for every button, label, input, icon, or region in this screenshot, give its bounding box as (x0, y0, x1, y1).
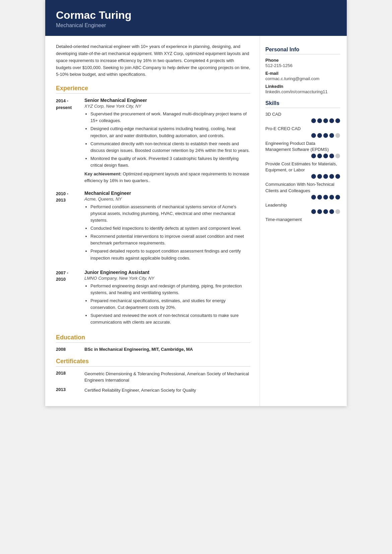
certificates-divider (56, 366, 250, 367)
edu-year: 2008 (56, 347, 84, 352)
skill-dot-filled (323, 209, 328, 214)
skill-dot-filled (335, 195, 340, 200)
skill-dots (265, 174, 340, 179)
skill-dot-filled (317, 195, 322, 200)
exp-content: Mechanical EngineerAcme, Queens, NYPerfo… (84, 190, 250, 264)
skill-dot-filled (317, 174, 322, 179)
cert-year: 2013 (56, 387, 84, 394)
exp-date: 2010 - 2013 (56, 190, 84, 264)
skill-item: Pro-E CREO CAD (265, 126, 340, 137)
resume-wrapper: Cormac Turing Mechanical Engineer Detail… (45, 0, 347, 406)
skill-dot-filled (311, 133, 316, 138)
skill-name: Engineering Product Data Management Soft… (265, 141, 340, 153)
skill-name: Pro-E CREO CAD (265, 126, 340, 132)
skill-dot-filled (329, 133, 334, 138)
skill-dot-filled (335, 118, 340, 123)
exp-bullet-item: Prepared mechanical specifications, esti… (90, 297, 250, 311)
skill-dot-filled (317, 209, 322, 214)
skill-dots (265, 118, 340, 123)
skill-dot-filled (323, 154, 328, 158)
body: Detailed-oriented mechanical engineer wi… (45, 36, 347, 406)
exp-bullet-item: Conducted field inspections to identify … (90, 225, 250, 232)
exp-date: 2014 - present (56, 98, 84, 184)
skill-name: Communication With Non-Technical Clients… (265, 181, 340, 193)
certificate-item: 2018Geometric Dimensioning & Tolerancing… (56, 371, 250, 384)
linkedin-value: linkedin.com/in/cormaccturing11 (265, 89, 340, 94)
exp-job-title: Junior Engineering Assistant (84, 270, 250, 275)
skill-dot-filled (323, 133, 328, 138)
skill-dot-filled (323, 118, 328, 123)
education-list: 2008BSc in Mechanical Engineering, MIT, … (56, 347, 250, 352)
skill-name: Leadership (265, 202, 340, 208)
exp-bullet-item: Monitored the quality of work. Prevented… (90, 155, 250, 169)
cert-year: 2018 (56, 371, 84, 384)
exp-date: 2007 - 2010 (56, 270, 84, 328)
exp-bullet-item: Supervised and reviewed the work of non-… (90, 312, 250, 326)
header: Cormac Turing Mechanical Engineer (45, 0, 347, 36)
skill-dot-filled (323, 174, 328, 179)
certificates-list: 2018Geometric Dimensioning & Tolerancing… (56, 371, 250, 394)
skill-dot-filled (317, 133, 322, 138)
skill-name: Time-management (265, 217, 340, 223)
skill-dot-empty (335, 209, 340, 214)
exp-bullet-item: Recommend potential interventions to imp… (90, 233, 250, 246)
skill-item: Leadership (265, 202, 340, 214)
phone-label: Phone (265, 58, 340, 63)
skill-dot-filled (311, 154, 316, 158)
exp-bullet-item: Supervised the procurement of work. Mana… (90, 111, 250, 124)
skill-dot-filled (329, 118, 334, 123)
skill-item: Provide Cost Estimates for Materials, Eq… (265, 161, 340, 179)
candidate-title: Mechanical Engineer (56, 22, 336, 29)
certificate-item: 2013Certified Reliability Engineer, Amer… (56, 387, 250, 394)
exp-company: LMNO Company, New York City, NY (84, 276, 250, 281)
skill-item: Time-management (265, 217, 340, 223)
skill-dots (265, 195, 340, 200)
exp-bullets: Performed condition assessments of mecha… (84, 204, 250, 262)
summary-text: Detailed-oriented mechanical engineer wi… (56, 43, 250, 78)
exp-job-title: Mechanical Engineer (84, 190, 250, 196)
skill-dots (265, 133, 340, 138)
education-item: 2008BSc in Mechanical Engineering, MIT, … (56, 347, 250, 352)
exp-company: Acme, Queens, NY (84, 197, 250, 202)
exp-bullets: Performed engineering design and redesig… (84, 283, 250, 326)
skill-dot-empty (335, 133, 340, 138)
skill-dots (265, 154, 340, 158)
personal-info-divider (265, 54, 340, 54)
skill-dot-filled (335, 174, 340, 179)
skill-dot-filled (329, 209, 334, 214)
skill-dot-filled (311, 174, 316, 179)
linkedin-label: LinkedIn (265, 84, 340, 89)
skill-item: Engineering Product Data Management Soft… (265, 141, 340, 158)
key-achievement: Key achievement: Optimized equipment lay… (84, 171, 250, 184)
skill-dot-filled (311, 195, 316, 200)
exp-bullets: Supervised the procurement of work. Mana… (84, 111, 250, 169)
skill-name: Provide Cost Estimates for Materials, Eq… (265, 161, 340, 173)
personal-info-title: Personal Info (265, 47, 340, 53)
skill-dot-filled (317, 154, 322, 158)
skill-dot-filled (329, 174, 334, 179)
exp-job-title: Senior Mechanical Engineer (84, 98, 250, 103)
exp-bullet-item: Communicated directly with non-technical… (90, 141, 250, 154)
exp-content: Junior Engineering AssistantLMNO Company… (84, 270, 250, 328)
education-divider (56, 342, 250, 343)
main-column: Detailed-oriented mechanical engineer wi… (45, 36, 260, 406)
experience-list: 2014 - presentSenior Mechanical Engineer… (56, 98, 250, 328)
skill-dot-empty (335, 154, 340, 158)
email-value: cormac.c.turing@gmail.com (265, 76, 340, 81)
skill-dots (265, 209, 340, 214)
skill-dot-filled (323, 195, 328, 200)
skill-item: 3D CAD (265, 111, 340, 123)
skills-title: Skills (265, 100, 340, 106)
sidebar-column: Personal Info Phone 512-215-1256 E-mail … (260, 36, 347, 406)
experience-item: 2010 - 2013Mechanical EngineerAcme, Quee… (56, 190, 250, 264)
skills-divider (265, 108, 340, 108)
experience-divider (56, 93, 250, 94)
skill-dot-filled (311, 209, 316, 214)
candidate-name: Cormac Turing (56, 9, 336, 21)
certificates-section-title: Certificates (56, 358, 250, 365)
cert-description: Geometric Dimensioning & Tolerancing Pro… (84, 371, 250, 384)
exp-bullet-item: Performed engineering design and redesig… (90, 283, 250, 296)
email-label: E-mail (265, 71, 340, 76)
skill-item: Communication With Non-Technical Clients… (265, 181, 340, 199)
exp-company: XYZ Corp, New York City, NY (84, 104, 250, 109)
